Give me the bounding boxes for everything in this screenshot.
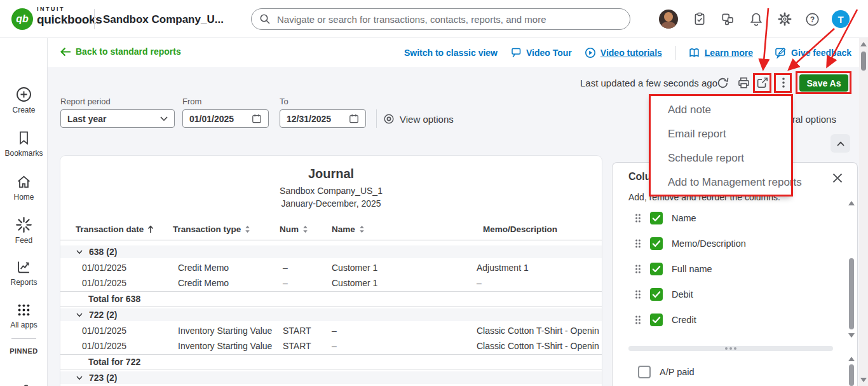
column-header-name[interactable]: Name: [332, 224, 483, 234]
sidebar-item-customize[interactable]: Customize: [0, 382, 48, 386]
chevron-down-icon[interactable]: [76, 376, 83, 380]
cell-transaction-date[interactable]: 01/01/2025: [82, 278, 178, 288]
help-icon[interactable]: ?: [804, 11, 820, 27]
cell-transaction-date[interactable]: 01/01/2025: [82, 263, 178, 273]
sidebar-item-feed[interactable]: Feed: [0, 217, 48, 245]
cell-transaction-date[interactable]: 01/01/2025: [82, 326, 178, 336]
panel-scroll-down[interactable]: [848, 333, 855, 338]
panel-scroll-up[interactable]: [848, 201, 855, 205]
cell-memo[interactable]: –: [477, 278, 602, 288]
drag-handle-icon[interactable]: [635, 289, 641, 300]
sidebar-item-create[interactable]: Create: [0, 86, 48, 114]
chevron-down-icon[interactable]: [76, 250, 83, 254]
menu-item[interactable]: Schedule report: [651, 146, 791, 170]
user-initial-avatar[interactable]: T: [832, 10, 850, 28]
page-scrollbar[interactable]: [859, 38, 868, 386]
cell-num[interactable]: –: [283, 263, 332, 273]
switch-classic-view-link[interactable]: Switch to classic view: [404, 48, 498, 58]
checkbox-checked[interactable]: [650, 263, 663, 275]
cell-transaction-type[interactable]: Credit Memo: [178, 263, 283, 273]
chevron-down-icon[interactable]: [76, 313, 83, 317]
cell-transaction-type[interactable]: Credit Memo: [178, 278, 283, 288]
scroll-down-arrow[interactable]: [860, 378, 867, 382]
drag-handle-icon[interactable]: [635, 264, 641, 274]
close-icon[interactable]: [832, 172, 843, 184]
cell-num[interactable]: –: [283, 278, 332, 288]
more-options-kebab-icon[interactable]: [776, 76, 790, 90]
column-header-transaction-date[interactable]: Transaction date: [76, 224, 173, 234]
checkbox-unchecked[interactable]: [638, 366, 651, 378]
column-toggle-item[interactable]: Credit: [613, 307, 841, 333]
column-toggle-item[interactable]: Name: [613, 205, 841, 231]
column-toggle-item[interactable]: Memo/Description: [613, 231, 841, 256]
panel-scrollbar-thumb[interactable]: [848, 258, 855, 329]
sidebar-item-bookmarks[interactable]: Bookmarks: [0, 130, 48, 158]
panel-scrollbar-thumb-2[interactable]: [848, 364, 855, 386]
notifications-bell-icon[interactable]: [749, 11, 764, 27]
cell-transaction-type[interactable]: Inventory Starting Value: [178, 341, 283, 351]
drag-handle-icon[interactable]: [635, 238, 641, 249]
column-header-num[interactable]: Num: [280, 224, 332, 234]
table-row[interactable]: 01/01/2025 Inventory Starting Value STAR…: [60, 323, 602, 338]
table-group-row[interactable]: 722 (2): [60, 308, 602, 321]
page-scrollbar-thumb[interactable]: [861, 52, 866, 71]
column-toggle-extra-item[interactable]: A/P paid: [638, 366, 695, 378]
quickbooks-logo-icon[interactable]: qb: [11, 8, 33, 30]
to-date-input[interactable]: 12/31/2025: [280, 109, 366, 128]
checkbox-checked[interactable]: [650, 237, 663, 250]
panel-scroll-up-2[interactable]: [848, 357, 855, 361]
refresh-icon[interactable]: [715, 76, 729, 90]
cell-num[interactable]: START: [283, 326, 332, 336]
settings-gear-icon[interactable]: [777, 11, 792, 27]
table-group-row[interactable]: 638 (2): [60, 245, 602, 258]
print-icon[interactable]: [736, 76, 750, 90]
menu-item[interactable]: Add to Management reports: [651, 170, 791, 195]
back-to-standard-reports-link[interactable]: Back to standard reports: [60, 46, 181, 57]
cell-name[interactable]: –: [332, 326, 477, 336]
user-avatar-photo[interactable]: [659, 10, 678, 29]
drag-handle-icon[interactable]: [635, 315, 641, 325]
apps-switcher-icon[interactable]: [720, 11, 735, 27]
menu-item[interactable]: Email report: [651, 122, 791, 146]
horizontal-scrollbar[interactable]: [628, 346, 833, 351]
view-options-button[interactable]: View options: [383, 113, 454, 125]
cell-name[interactable]: –: [332, 341, 477, 351]
sidebar-item-all-apps[interactable]: All apps: [0, 303, 48, 329]
drag-handle-icon[interactable]: [635, 213, 641, 223]
cell-transaction-type[interactable]: Inventory Starting Value: [178, 326, 283, 336]
checkbox-checked[interactable]: [650, 212, 663, 224]
save-as-button[interactable]: Save As: [799, 74, 848, 92]
checkbox-checked[interactable]: [650, 288, 663, 301]
company-name[interactable]: Sandbox Company_U...: [103, 13, 224, 26]
cell-name[interactable]: Customer 1: [332, 263, 477, 273]
cell-num[interactable]: START: [283, 341, 332, 351]
checkbox-checked[interactable]: [650, 314, 663, 326]
cell-memo[interactable]: Classic Cotton T-Shirt - Openin: [477, 341, 602, 351]
global-search[interactable]: [251, 8, 630, 30]
learn-more-link[interactable]: Learn more: [688, 47, 753, 59]
tasks-clipboard-icon[interactable]: [692, 11, 707, 27]
column-header-transaction-type[interactable]: Transaction type: [173, 224, 280, 234]
collapse-panel-button[interactable]: [831, 134, 850, 153]
search-input[interactable]: [276, 13, 622, 25]
video-tutorials-link[interactable]: Video tutorials: [585, 47, 662, 59]
column-header-memo[interactable]: Memo/Description: [483, 224, 602, 234]
sidebar-item-home[interactable]: Home: [0, 174, 48, 202]
cell-memo[interactable]: Classic Cotton T-Shirt - Openin: [477, 326, 602, 336]
cell-memo[interactable]: Adjustment 1: [477, 263, 602, 273]
video-tour-link[interactable]: Video Tour: [510, 47, 572, 59]
sidebar-item-reports[interactable]: Reports: [0, 259, 48, 287]
table-group-row[interactable]: 723 (2): [60, 371, 602, 384]
table-row[interactable]: 01/01/2025 Inventory Starting Value STAR…: [60, 338, 602, 354]
cell-transaction-date[interactable]: 01/01/2025: [82, 341, 178, 351]
scroll-up-arrow[interactable]: [860, 42, 867, 46]
column-toggle-item[interactable]: Full name: [613, 256, 841, 282]
table-row[interactable]: 01/01/2025 Credit Memo – Customer 1 Adju…: [60, 260, 602, 275]
cell-name[interactable]: Customer 1: [332, 278, 477, 288]
table-row[interactable]: 01/01/2025 Credit Memo – Customer 1 –: [60, 275, 602, 291]
column-toggle-item[interactable]: Debit: [613, 282, 841, 307]
from-date-input[interactable]: 01/01/2025: [182, 109, 269, 128]
give-feedback-link[interactable]: Give feedback: [775, 46, 851, 59]
menu-item[interactable]: Add note: [651, 98, 791, 122]
report-period-select[interactable]: Last year: [60, 109, 175, 128]
